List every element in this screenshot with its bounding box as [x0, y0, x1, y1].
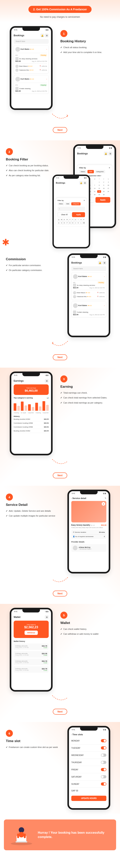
next-button[interactable]: Next — [53, 127, 67, 133]
filter-icon[interactable]: ⚙ — [45, 33, 49, 37]
feature-title: Booking Filter — [6, 157, 60, 161]
feature-bullet: Can check total earnings from selected D… — [60, 396, 114, 399]
illustration-person-laptop — [8, 824, 35, 845]
step-number: 6 — [6, 730, 13, 737]
day-toggle[interactable] — [101, 739, 107, 742]
notification-icon[interactable]: 🔔 — [40, 33, 44, 37]
back-icon[interactable]: ‹ — [71, 497, 72, 499]
success-banner: Hurray ! Your booking has been successfu… — [4, 819, 116, 850]
feature-bullet: Can check total earnings as per category… — [60, 401, 114, 404]
feature-bullet: As per category wise booking list. — [6, 174, 60, 177]
svg-point-3 — [19, 827, 24, 833]
feature-bullet: Check all status booking. — [60, 46, 114, 49]
day-toggle[interactable] — [101, 768, 107, 771]
heart-icon[interactable]: ♥ — [102, 502, 105, 506]
feature-bullet: Can check booking as per booking status. — [6, 164, 60, 167]
day-toggle[interactable] — [101, 746, 107, 749]
next-button[interactable]: Next — [53, 591, 67, 596]
header-pill: 2. Get 100% Commission As A Freelancer — [28, 6, 91, 13]
day-toggle[interactable] — [101, 782, 107, 785]
next-button[interactable]: Next — [53, 709, 67, 715]
feature-bullet: Total earnings can check. — [60, 392, 114, 394]
feature-bullet: Add your time slot to complete it on tim… — [60, 51, 114, 54]
feature-title: Booking History — [60, 39, 114, 43]
screen-title: Bookings — [13, 34, 24, 37]
svg-rect-2 — [16, 841, 27, 842]
feature-bullet: Can withdraw or add money to wallet — [60, 632, 114, 636]
withdraw-button[interactable]: Withdraw — [25, 630, 38, 635]
close-icon[interactable]: ✕ — [109, 167, 110, 169]
svg-rect-4 — [19, 832, 24, 837]
phone-mockup-wallet: 9:41◦ ▮ ▮ Wallet⚙ Total balance $2,562,2… — [10, 608, 53, 691]
day-toggle[interactable] — [101, 761, 107, 764]
feature-bullet: Also can check booking for particular da… — [6, 169, 60, 172]
booking-card[interactable]: Kurt Bates ★ 4.0› #45Pending Ac deep cle… — [13, 45, 49, 73]
phone-mockup-bookings: 9:41◦ ▮ ▮ Bookings 🔔 ⚙ Search here Kurt … — [10, 26, 53, 110]
feature-bullet: For particular service commission. — [6, 264, 60, 267]
header-subtitle: No need to pay charges to servicemen — [0, 16, 120, 18]
svg-rect-5 — [17, 834, 19, 838]
phone-mockup-commission: 9:41◦ ▮ ▮ Bookings🔔 ⚙ Search here Kurt B… — [67, 253, 110, 337]
feature-bullet: On particular category commission. — [6, 269, 60, 272]
day-toggle[interactable] — [101, 753, 107, 757]
svg-rect-6 — [24, 834, 26, 838]
feature-title: Commission — [6, 257, 60, 261]
step-number: 5 — [60, 612, 67, 619]
footer-message: Hurray ! Your booking has been successfu… — [38, 831, 112, 839]
feature-title: Earning — [60, 385, 114, 389]
step-number: 1 — [60, 30, 67, 37]
apply-button[interactable]: Apply — [95, 197, 110, 203]
search-input[interactable]: Search here — [13, 39, 49, 44]
svg-point-0 — [11, 842, 32, 845]
booking-card[interactable]: Kurt Bates ★ 4.0› #78Ongoing Curtain cle… — [13, 75, 49, 94]
feature-bullet: Can check wallet history. — [60, 628, 114, 630]
phone-mockup-filter-category: 9:41◦ ▮ ▮ Bookings🔔 ⚙ Filter by✕ StatusD… — [52, 175, 90, 248]
feature-bullet: Add, Update, Delete Service and see deta… — [6, 509, 60, 513]
next-button[interactable]: Next — [53, 354, 67, 360]
step-number: 2 — [6, 148, 13, 155]
feature-title: Time slot — [6, 739, 60, 743]
day-toggle[interactable] — [101, 775, 107, 778]
service-image: ♥ — [71, 501, 107, 522]
step-number: 3 — [60, 375, 67, 382]
phone-mockup-timeslot: 9:41◦ ▮ ▮ ‹ Time slots MONDAY TUESDAY WE… — [67, 726, 110, 810]
feature-title: Service Detail — [6, 503, 60, 507]
update-hours-button[interactable]: UPDATE HOURS — [71, 796, 107, 801]
phone-mockup-service-detail: 9:41◦ ▮ ▮ ‹ Service detail✎ ♥ Easy breez… — [67, 490, 110, 574]
feature-bullet: Can update multiple images for particula… — [6, 515, 60, 517]
step-number: 4 — [6, 494, 13, 501]
feature-bullet: Freelancer can create custom time slot a… — [6, 746, 60, 749]
decorative-asterisk: ✱ — [2, 237, 9, 248]
phone-mockup-earnings: 9:41◦ ▮ ▮ Earnings⚙ Total earnings$6,463… — [10, 372, 53, 455]
next-button[interactable]: Next — [53, 472, 67, 478]
feature-title: Wallet — [60, 621, 114, 625]
edit-icon[interactable]: ✎ — [105, 497, 107, 499]
